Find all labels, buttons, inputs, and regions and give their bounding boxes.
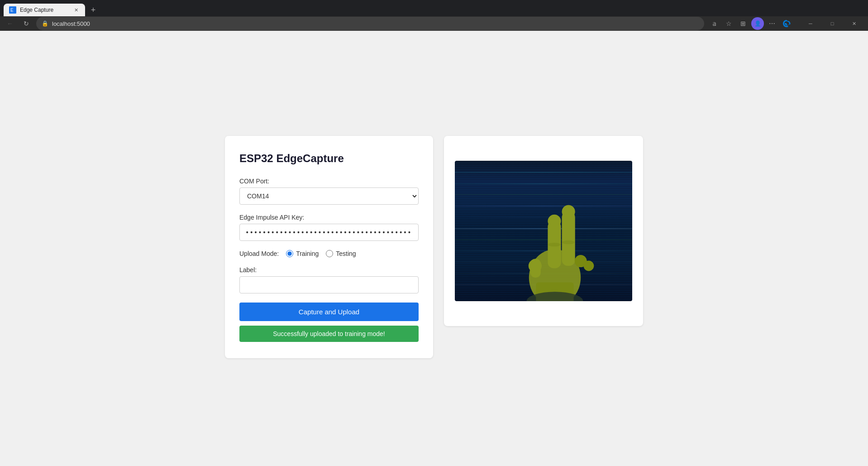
browser-chrome: E Edge Capture ✕ + ← ↻ 🔒 localhost:5000 … xyxy=(0,0,868,28)
label-field-label: Label: xyxy=(239,266,419,274)
tab-title: Edge Capture xyxy=(20,7,69,13)
edge-icon[interactable] xyxy=(780,17,793,30)
cards-container: ESP32 EdgeCapture COM Port: COM14 COM1 C… xyxy=(225,136,643,358)
address-bar[interactable]: 🔒 localhost:5000 xyxy=(36,17,704,30)
camera-canvas xyxy=(455,161,632,301)
api-key-input[interactable] xyxy=(239,224,419,241)
minimize-button[interactable]: ─ xyxy=(800,16,821,31)
api-key-group: Edge Impulse API Key: xyxy=(239,214,419,241)
toolbar-actions: 𝕒 ☆ ⊞ 👤 ⋯ xyxy=(708,17,793,30)
svg-rect-6 xyxy=(562,211,575,266)
camera-feed xyxy=(455,161,632,301)
training-label: Training xyxy=(296,250,319,257)
testing-radio[interactable] xyxy=(326,250,333,257)
upload-mode-label: Upload Mode: xyxy=(239,250,279,257)
collections-icon[interactable]: ⊞ xyxy=(737,17,749,30)
upload-mode-group: Upload Mode: Training Testing xyxy=(239,250,419,257)
read-aloud-icon[interactable]: 𝕒 xyxy=(708,17,720,30)
com-port-label: COM Port: xyxy=(239,178,419,185)
label-input[interactable] xyxy=(239,276,419,293)
url-text: localhost:5000 xyxy=(52,20,699,27)
svg-point-5 xyxy=(548,215,561,228)
form-title: ESP32 EdgeCapture xyxy=(239,152,419,165)
api-key-label: Edge Impulse API Key: xyxy=(239,214,419,221)
capture-upload-button[interactable]: Capture and Upload xyxy=(239,303,419,321)
svg-rect-11 xyxy=(530,259,541,278)
favorites-icon[interactable]: ☆ xyxy=(722,17,735,30)
browser-tabs: E Edge Capture ✕ + xyxy=(0,0,868,16)
profile-button[interactable]: 👤 xyxy=(751,17,764,30)
com-port-group: COM Port: COM14 COM1 COM2 COM3 xyxy=(239,178,419,205)
tab-close-button[interactable]: ✕ xyxy=(72,6,80,14)
new-tab-button[interactable]: + xyxy=(87,4,100,16)
camera-card xyxy=(444,136,643,326)
svg-point-13 xyxy=(563,240,575,244)
svg-point-9 xyxy=(583,261,594,271)
com-port-select[interactable]: COM14 COM1 COM2 COM3 xyxy=(239,187,419,205)
reload-button[interactable]: ↻ xyxy=(20,17,33,30)
svg-text:E: E xyxy=(10,8,14,13)
training-radio-label[interactable]: Training xyxy=(286,250,319,257)
testing-label: Testing xyxy=(336,250,356,257)
lock-icon: 🔒 xyxy=(42,20,48,27)
settings-icon[interactable]: ⋯ xyxy=(766,17,778,30)
maximize-button[interactable]: □ xyxy=(822,16,843,31)
training-radio[interactable] xyxy=(286,250,293,257)
status-bar: Successfully uploaded to training mode! xyxy=(239,326,419,342)
label-group: Label: xyxy=(239,266,419,293)
back-button[interactable]: ← xyxy=(4,17,16,30)
tab-favicon: E xyxy=(9,6,16,14)
browser-toolbar: ← ↻ 🔒 localhost:5000 𝕒 ☆ ⊞ 👤 ⋯ ─ □ ✕ xyxy=(0,16,868,31)
close-button[interactable]: ✕ xyxy=(844,16,864,31)
active-tab[interactable]: E Edge Capture ✕ xyxy=(4,4,85,16)
form-card: ESP32 EdgeCapture COM Port: COM14 COM1 C… xyxy=(225,136,433,358)
hand-image xyxy=(498,183,611,301)
svg-point-12 xyxy=(548,243,560,246)
window-controls: ─ □ ✕ xyxy=(800,16,864,31)
page-content: ESP32 EdgeCapture COM Port: COM14 COM1 C… xyxy=(0,28,868,466)
svg-point-7 xyxy=(562,205,575,218)
testing-radio-label[interactable]: Testing xyxy=(326,250,356,257)
